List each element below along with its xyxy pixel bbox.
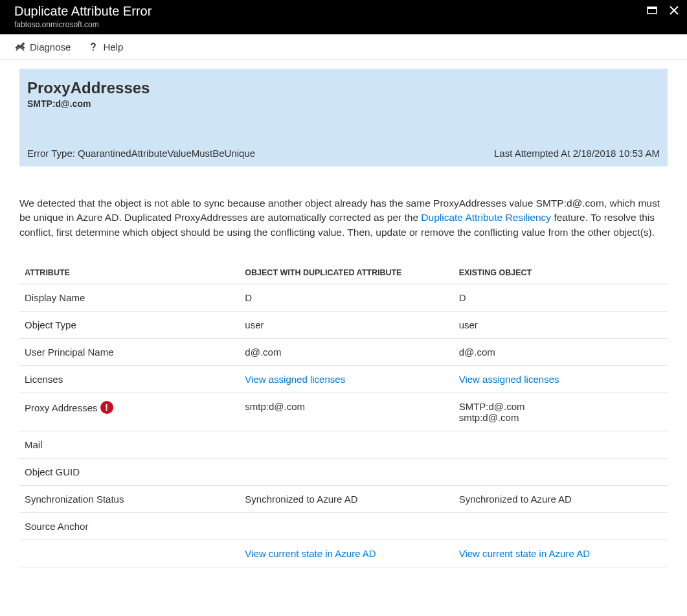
maximize-icon[interactable]	[647, 5, 657, 16]
titlebar: Duplicate Attribute Error fabtoso.onmicr…	[0, 0, 687, 34]
wrench-icon	[14, 41, 26, 52]
last-attempted: Last Attempted At 2/18/2018 10:53 AM	[494, 148, 660, 159]
help-label: Help	[103, 41, 123, 52]
duplicated-cell	[240, 513, 453, 540]
duplicated-cell: user	[240, 312, 453, 339]
table-row: Source Anchor	[19, 513, 668, 540]
content-area: ProxyAddresses SMTP:d@.com Error Type: Q…	[0, 60, 687, 593]
link[interactable]: View current state in Azure AD	[245, 548, 376, 559]
table-row: Mail	[19, 431, 668, 459]
banner-subtitle: SMTP:d@.com	[27, 98, 660, 109]
table-row: LicensesView assigned licensesView assig…	[19, 366, 668, 393]
help-icon	[87, 41, 99, 52]
attribute-cell: Object GUID	[19, 459, 240, 486]
diagnose-label: Diagnose	[30, 41, 71, 52]
help-button[interactable]: Help	[87, 41, 123, 52]
table-row: Object Typeuseruser	[19, 312, 668, 339]
table-row: User Principal Named@.comd@.com	[19, 339, 668, 366]
duplicated-cell: d@.com	[240, 339, 453, 366]
link[interactable]: View assigned licenses	[245, 374, 345, 385]
existing-cell: D	[454, 284, 668, 312]
duplicated-cell: Synchronized to Azure AD	[240, 486, 453, 513]
duplicated-cell	[240, 459, 453, 486]
existing-cell: View assigned licenses	[454, 366, 668, 393]
toolbar: Diagnose Help	[0, 34, 687, 60]
link[interactable]: View current state in Azure AD	[459, 548, 590, 559]
table-row: Proxy Addresses!smtp:d@.comSMTP:d@.com s…	[19, 393, 668, 431]
duplicated-cell: smtp:d@.com	[240, 393, 453, 431]
attribute-cell: Source Anchor	[19, 513, 240, 540]
existing-cell: user	[454, 312, 668, 339]
table-row: Object GUID	[19, 459, 668, 486]
banner-title: ProxyAddresses	[27, 79, 660, 97]
attributes-table: ATTRIBUTE OBJECT WITH DUPLICATED ATTRIBU…	[19, 262, 668, 567]
duplicated-cell: View assigned licenses	[240, 366, 453, 393]
header-attribute: ATTRIBUTE	[19, 262, 240, 284]
error-description: We detected that the object is not able …	[19, 196, 668, 240]
header-existing: EXISTING OBJECT	[454, 262, 668, 284]
error-type: Error Type: QuarantinedAttributeValueMus…	[27, 148, 255, 159]
header-duplicated: OBJECT WITH DUPLICATED ATTRIBUTE	[240, 262, 453, 284]
close-icon[interactable]	[669, 5, 679, 16]
duplicated-cell: View current state in Azure AD	[240, 540, 453, 567]
existing-cell: d@.com	[454, 339, 668, 366]
existing-cell	[454, 431, 668, 459]
attribute-cell: User Principal Name	[19, 339, 240, 366]
attribute-cell: Object Type	[19, 312, 240, 339]
attribute-cell: Mail	[19, 431, 240, 459]
duplicated-cell: D	[240, 284, 453, 312]
attribute-cell	[19, 540, 240, 567]
diagnose-button[interactable]: Diagnose	[14, 41, 71, 52]
existing-cell	[454, 513, 668, 540]
window-subtitle: fabtoso.onmicrosoft.com	[14, 20, 152, 29]
existing-cell: SMTP:d@.com smtp:d@.com	[454, 393, 668, 431]
existing-cell	[454, 459, 668, 486]
window-title: Duplicate Attribute Error	[14, 4, 152, 19]
error-banner: ProxyAddresses SMTP:d@.com Error Type: Q…	[19, 69, 668, 166]
attribute-cell: Proxy Addresses!	[19, 393, 240, 431]
resiliency-link[interactable]: Duplicate Attribute Resiliency	[421, 212, 551, 223]
attribute-cell: Synchronization Status	[19, 486, 240, 513]
attribute-cell: Licenses	[19, 366, 240, 393]
warning-icon: !	[100, 401, 113, 414]
existing-cell: View current state in Azure AD	[454, 540, 668, 567]
link[interactable]: View assigned licenses	[459, 374, 559, 385]
svg-rect-1	[648, 7, 657, 9]
table-row: View current state in Azure ADView curre…	[19, 540, 668, 567]
attribute-cell: Display Name	[19, 284, 240, 312]
table-row: Synchronization StatusSynchronized to Az…	[19, 486, 668, 513]
duplicated-cell	[240, 431, 453, 459]
existing-cell: Synchronized to Azure AD	[454, 486, 668, 513]
table-row: Display NameDD	[19, 284, 668, 312]
